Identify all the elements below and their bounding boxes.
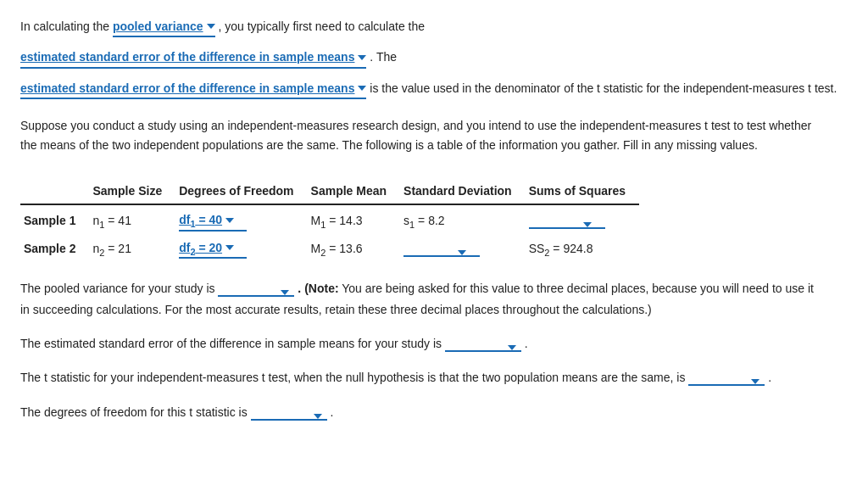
t-statistic-pre: The t statistic for your independent-mea… [20, 371, 685, 384]
intro-line1-post: , you typically first need to calculate … [218, 20, 425, 33]
estimated-se-link2[interactable]: estimated standard error of the differen… [20, 79, 366, 99]
df-answer-dropdown[interactable] [251, 414, 327, 421]
sample1-ss-arrow [583, 222, 592, 227]
intro-line3-post: is the value used in the denominator of … [370, 81, 837, 95]
t-statistic-post: . [768, 371, 771, 384]
col-header-label [20, 178, 89, 204]
estimated-se-pre: The estimated standard error of the diff… [20, 337, 442, 350]
df-post: . [330, 405, 333, 419]
sample2-size: n2 = 21 [89, 235, 175, 262]
pooled-variance-paragraph: The pooled variance for your study is . … [20, 279, 848, 319]
study-description: Suppose you conduct a study using an ind… [20, 116, 848, 154]
pooled-variance-answer-dropdown[interactable] [218, 290, 294, 297]
sample1-ss[interactable] [526, 204, 639, 234]
data-table: Sample Size Degrees of Freedom Sample Me… [20, 178, 639, 262]
sample2-df[interactable]: df2 = 20 [175, 235, 307, 262]
pooled-variance-note-line2: in succeeding calculations. For the most… [20, 300, 848, 319]
pooled-variance-arrow [207, 24, 215, 29]
pooled-variance-dropdown[interactable]: pooled variance [113, 17, 215, 37]
intro-link2-paragraph: estimated standard error of the differen… [20, 79, 848, 99]
table-row-sample1: Sample 1 n1 = 41 df1 = 40 M1 = 14.3 s1 =… [20, 204, 639, 234]
intro-line1-pre: In calculating the [20, 20, 109, 33]
df-pre: The degrees of freedom for this t statis… [20, 405, 248, 419]
intro-link1-paragraph: estimated standard error of the differen… [20, 47, 848, 68]
table-header-row: Sample Size Degrees of Freedom Sample Me… [20, 178, 639, 204]
estimated-se-link2-arrow [358, 86, 366, 91]
sample2-sd-arrow [458, 250, 466, 255]
study-desc-line2: the means of the two independent populat… [20, 136, 848, 154]
estimated-se-link2-label: estimated standard error of the differen… [20, 79, 354, 98]
sample1-df[interactable]: df1 = 40 [175, 204, 307, 234]
df-paragraph: The degrees of freedom for this t statis… [20, 403, 848, 421]
estimated-se-post: . [525, 337, 528, 350]
sample1-size: n1 = 41 [89, 204, 175, 234]
sample1-mean: M1 = 14.3 [308, 204, 400, 234]
t-statistic-answer-dropdown[interactable] [688, 379, 765, 386]
pooled-variance-note: . (Note: You are being asked for this va… [298, 282, 814, 295]
estimated-se-answer-dropdown[interactable] [445, 345, 521, 352]
df-answer-arrow [314, 414, 322, 419]
intro-line2-post: . The [370, 50, 397, 64]
sample2-sd[interactable] [400, 235, 526, 262]
t-statistic-paragraph: The t statistic for your independent-mea… [20, 368, 848, 387]
study-desc-line1: Suppose you conduct a study using an ind… [20, 116, 848, 135]
t-statistic-answer-arrow [751, 379, 760, 384]
sample1-sd: s1 = 8.2 [400, 204, 526, 234]
pooled-variance-answer-arrow [281, 290, 289, 295]
intro-paragraph: In calculating the pooled variance , you… [20, 17, 848, 37]
sample2-df-arrow [225, 245, 234, 250]
sample1-df-label: df1 = 40 [179, 210, 222, 229]
col-header-sd: Standard Deviation [400, 178, 526, 204]
sample2-ss: SS2 = 924.8 [526, 235, 639, 262]
sample2-label: Sample 2 [20, 235, 89, 262]
col-header-mean: Sample Mean [308, 178, 400, 204]
sample1-label: Sample 1 [20, 204, 89, 234]
pooled-variance-pre: The pooled variance for your study is [20, 282, 215, 295]
col-header-ss: Sums of Squares [526, 178, 639, 204]
col-header-df: Degrees of Freedom [175, 178, 307, 204]
estimated-se-link1-label: estimated standard error of the differen… [20, 47, 354, 66]
table-row-sample2: Sample 2 n2 = 21 df2 = 20 M2 = 13.6 [20, 235, 639, 262]
pooled-variance-label: pooled variance [113, 17, 203, 36]
estimated-se-answer-arrow [508, 345, 516, 350]
sample2-mean: M2 = 13.6 [308, 235, 400, 262]
col-header-sample-size: Sample Size [89, 178, 175, 204]
sample2-df-label: df2 = 20 [179, 238, 222, 257]
estimated-se-paragraph: The estimated standard error of the diff… [20, 334, 848, 353]
estimated-se-link1-arrow [358, 55, 366, 60]
sample1-df-arrow [225, 218, 234, 223]
estimated-se-link1[interactable]: estimated standard error of the differen… [20, 47, 366, 68]
